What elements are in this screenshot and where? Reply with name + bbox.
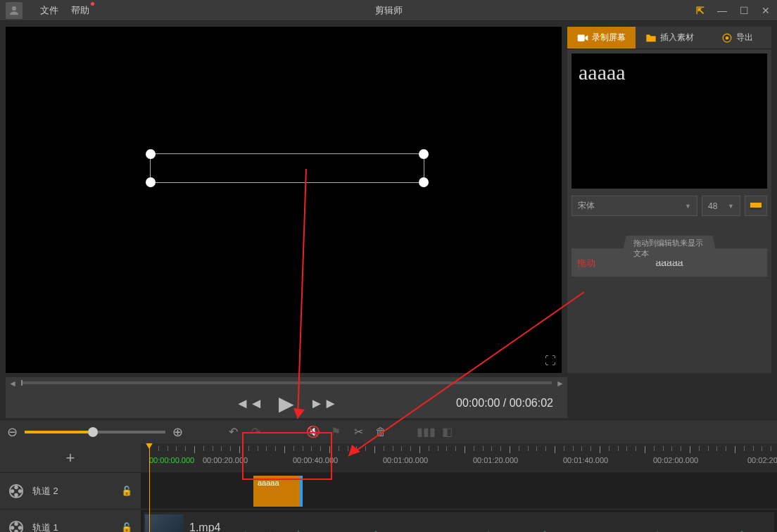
ruler-label: 00:00:20.000: [203, 456, 248, 464]
track-1[interactable]: 1.mp4: [141, 509, 777, 532]
lock-icon[interactable]: 🔓: [121, 522, 132, 532]
color-swatch-icon: [750, 203, 762, 210]
track-2[interactable]: aaaaa: [141, 473, 777, 509]
svg-point-17: [15, 522, 18, 525]
ruler-label: 00:02:00.000: [653, 456, 698, 464]
minimize-button[interactable]: —: [717, 5, 727, 16]
resize-handle-tl[interactable]: [146, 149, 156, 159]
ruler-label: 00:01:20.000: [473, 456, 518, 464]
zoom-toolbar: ⊖ ⊕ ↶ ↷ 🔇 ⚑ ✂ 🗑 ▮▮▮ ◧: [0, 419, 777, 443]
reel-icon: [8, 483, 24, 499]
undo-button[interactable]: ↶: [225, 425, 241, 438]
folder-icon: [645, 33, 657, 43]
play-button[interactable]: ▶: [279, 392, 294, 415]
clip-thumbnail: [145, 514, 184, 532]
window-controls: ⇱ — ☐ ✕: [696, 5, 770, 16]
zoom-in-button[interactable]: ⊕: [172, 424, 183, 440]
tab-record-label: 录制屏幕: [592, 32, 626, 44]
eq-button[interactable]: ▮▮▮: [417, 425, 432, 438]
video-clip[interactable]: 1.mp4: [144, 512, 774, 532]
tab-export[interactable]: 导出: [703, 27, 771, 49]
tab-export-label: 导出: [736, 32, 753, 44]
font-size-select[interactable]: 48 ▼: [702, 196, 740, 216]
menu-help[interactable]: 帮助: [71, 4, 89, 17]
next-button[interactable]: ►►: [310, 395, 338, 412]
drag-hint-label: 拖动到编辑轨来显示文本: [621, 236, 719, 261]
side-panel: 录制屏幕 插入素材 导出 aaaaa 宋体 ▼ 48 ▼: [567, 27, 771, 373]
delete-button[interactable]: 🗑: [373, 426, 388, 438]
waveform-icon: [193, 528, 756, 532]
popout-button[interactable]: ⇱: [696, 5, 705, 16]
text-clip[interactable]: aaaaa: [253, 476, 303, 507]
svg-point-15: [11, 490, 14, 493]
text-overlay-box[interactable]: [150, 153, 424, 183]
main-menu: 文件 帮助: [40, 4, 89, 17]
fullscreen-icon[interactable]: ⛶: [545, 355, 556, 367]
titlebar: 文件 帮助 剪辑师 ⇱ — ☐ ✕: [0, 0, 777, 21]
ruler-label: 00:01:00.000: [383, 456, 428, 464]
font-family-select[interactable]: 宋体 ▼: [571, 196, 697, 216]
svg-point-18: [19, 526, 22, 529]
svg-point-20: [11, 526, 14, 529]
svg-point-14: [15, 493, 18, 496]
track-1-label: 轨道 1: [32, 521, 58, 533]
scrub-bar: ◄ ►: [6, 377, 567, 388]
resize-handle-tr[interactable]: [419, 149, 429, 159]
maximize-button[interactable]: ☐: [740, 5, 749, 16]
tab-record-screen[interactable]: 录制屏幕: [567, 27, 636, 49]
text-input-area[interactable]: aaaaa: [571, 53, 767, 189]
zoom-out-button[interactable]: ⊖: [7, 424, 18, 440]
transport-controls: ◄◄ ▶ ►► 00:00:00 / 00:06:02: [6, 388, 567, 418]
playhead[interactable]: [149, 443, 150, 532]
svg-point-13: [19, 490, 22, 493]
clip-label: aaaaa: [258, 479, 279, 487]
add-track-button[interactable]: +: [0, 443, 141, 473]
ruler-start: 00:00:00.000: [149, 456, 194, 464]
track-2-label: 轨道 2: [32, 485, 58, 498]
tab-media-label: 插入素材: [660, 32, 694, 44]
reel-icon: [8, 520, 24, 533]
time-ruler[interactable]: 00:00:00.000 00:00:20.00000:00:40.00000:…: [141, 443, 777, 473]
chevron-down-icon: ▼: [685, 203, 691, 210]
font-size-value: 48: [708, 201, 717, 211]
clip-edge[interactable]: [300, 476, 303, 507]
menu-file[interactable]: 文件: [40, 4, 58, 17]
video-preview[interactable]: ⛶: [6, 27, 562, 373]
zoom-handle[interactable]: [88, 427, 98, 437]
user-icon: [8, 4, 20, 17]
drag-to-timeline-zone[interactable]: 拖动到编辑轨来显示文本 拖动 aaaaa: [571, 248, 767, 277]
app-title: 剪辑师: [375, 4, 403, 17]
font-color-picker[interactable]: [745, 196, 767, 216]
step-forward-button[interactable]: ►: [556, 379, 564, 387]
resize-handle-br[interactable]: [419, 177, 429, 187]
export-icon: [721, 33, 733, 43]
step-back-button[interactable]: ◄: [8, 379, 17, 387]
chevron-down-icon: ▼: [728, 203, 734, 210]
cut-button[interactable]: ✂: [350, 425, 366, 438]
scrub-track[interactable]: [21, 381, 552, 384]
svg-rect-1: [577, 34, 584, 41]
track-head-1[interactable]: 轨道 1 🔓: [0, 509, 141, 532]
redo-button[interactable]: ↷: [248, 425, 263, 438]
ruler-label: 00:02:20.0: [747, 456, 777, 464]
close-button[interactable]: ✕: [762, 5, 770, 16]
user-avatar[interactable]: [6, 2, 23, 19]
lock-icon[interactable]: 🔓: [121, 486, 132, 496]
level-button[interactable]: ◧: [439, 425, 455, 438]
text-input-value: aaaaa: [579, 61, 760, 84]
svg-point-12: [15, 486, 18, 488]
drag-annotation: 拖动: [577, 257, 595, 270]
ruler-label: 00:01:40.000: [563, 456, 608, 464]
resize-handle-bl[interactable]: [146, 177, 156, 187]
ruler-label: 00:00:40.000: [293, 456, 338, 464]
mute-button[interactable]: 🔇: [305, 425, 321, 438]
zoom-slider[interactable]: [25, 431, 165, 433]
camera-icon: [577, 33, 588, 43]
font-family-value: 宋体: [578, 200, 595, 212]
svg-point-3: [726, 37, 728, 39]
prev-button[interactable]: ◄◄: [235, 395, 263, 412]
flag-button[interactable]: ⚑: [328, 425, 343, 438]
tab-insert-media[interactable]: 插入素材: [636, 27, 704, 49]
tracks-area[interactable]: 00:00:00.000 00:00:20.00000:00:40.00000:…: [141, 443, 777, 532]
track-head-2[interactable]: 轨道 2 🔓: [0, 473, 141, 509]
